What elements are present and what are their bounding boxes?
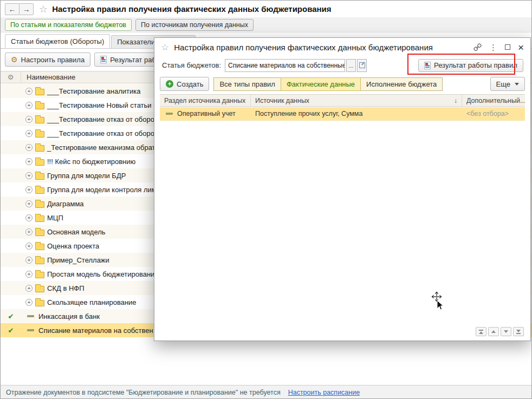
folder-icon (35, 103, 44, 109)
expand-icon[interactable]: + (25, 102, 33, 109)
choose-button[interactable]: ... (346, 59, 356, 72)
tree-row-label: ___Тестирование аналитика (47, 87, 141, 95)
rules-dialog: ☆ Настройка правил получения фактических… (154, 37, 531, 341)
expand-icon[interactable]: + (25, 200, 33, 207)
budget-item-input[interactable]: Списание материалов на собственные нужды (225, 59, 345, 72)
expand-icon[interactable]: + (25, 186, 33, 193)
view-tab-by-sources[interactable]: По источникам получения данных (135, 19, 254, 31)
column-data-source-label: Источник данных (255, 97, 309, 104)
tree-row-label: _Тестирование механизма обратной (47, 143, 167, 152)
tree-row-label: !!! Кейс по бюджетировнию (47, 158, 135, 166)
chevron-down-icon (515, 83, 519, 86)
maximize-icon[interactable] (505, 44, 510, 50)
move-up-button[interactable] (488, 327, 499, 336)
forward-button[interactable]: → (19, 3, 34, 15)
tree-row-label: Скользящее планирование (47, 298, 137, 306)
folder-icon (35, 89, 44, 95)
expand-icon[interactable]: + (25, 214, 33, 221)
expand-icon[interactable]: + (25, 299, 33, 306)
folder-icon (35, 159, 44, 166)
view-switch-strip: По статьям и показателям бюджетов По ист… (1, 17, 531, 32)
checked-icon: ✔ (8, 313, 14, 320)
folder-icon (35, 117, 44, 123)
folder-icon (35, 258, 44, 264)
close-icon[interactable]: × (518, 42, 524, 53)
back-icon: ← (9, 5, 16, 14)
create-button[interactable]: + Создать (160, 77, 209, 91)
column-data-source[interactable]: Источник данных ↓ (251, 95, 462, 106)
rules-result-button[interactable]: Результат работы правил (418, 59, 523, 72)
expand-icon[interactable]: + (25, 158, 33, 165)
name-column-header[interactable]: Наименование (21, 73, 75, 81)
folder-icon (35, 272, 44, 278)
folder-icon (35, 201, 44, 208)
tree-row-label: Диаграмма (47, 200, 84, 208)
filter-actual-data[interactable]: Фактические данные (281, 77, 361, 91)
folder-icon (35, 286, 44, 292)
tree-row-content: +Оценка проекта (21, 242, 99, 250)
expand-icon[interactable]: + (25, 257, 33, 264)
cell-additional: <без отбора> (462, 107, 525, 120)
tab-budget-items[interactable]: Статьи бюджетов (Обороты) (5, 34, 110, 48)
settings-column-header[interactable]: ⚙ (1, 71, 21, 83)
tree-row-content: Списание материалов на собствен (21, 326, 153, 335)
item-icon (166, 113, 173, 115)
tree-row-content: +Основная модель (21, 228, 106, 236)
more-menu-icon[interactable]: ⋮ (489, 43, 497, 51)
more-label: Еще (496, 80, 510, 88)
tree-row-content: +___Тестирование Новый статьи в р (21, 101, 163, 109)
status-text: Отражение документов в подсистеме "Бюдже… (6, 389, 281, 396)
expand-icon[interactable]: + (25, 130, 33, 137)
tree-row-label: ___Тестирование отказ от оборотны (47, 129, 166, 138)
dialog-toolbar: + Создать Все типы правил Фактические да… (160, 77, 525, 91)
favorite-star-icon[interactable]: ☆ (39, 4, 48, 14)
favorite-star-icon[interactable]: ☆ (161, 43, 169, 52)
back-button[interactable]: ← (5, 3, 20, 15)
expand-icon[interactable]: + (25, 243, 33, 250)
create-label: Создать (177, 80, 203, 88)
go-to-top-button[interactable] (476, 327, 486, 336)
folder-icon (35, 187, 44, 194)
get-link-icon[interactable] (473, 43, 482, 51)
column-data-source-section[interactable]: Раздел источника данных (160, 95, 251, 106)
folder-icon (35, 145, 44, 152)
filter-all-rule-types[interactable]: Все типы правил (213, 77, 281, 91)
tree-row-content: +Группа для модели БДР (21, 172, 126, 180)
tree-row-label: ___Тестирование отказ от оборотны (47, 115, 166, 123)
filter-budget-execution[interactable]: Исполнение бюджета (360, 77, 443, 91)
tree-row-label: Группа для модели контроля лимит (47, 186, 164, 194)
cell-section-text: Оперативный учет (177, 110, 236, 117)
more-button[interactable]: Еще (490, 77, 525, 91)
tree-row-label: Списание материалов на собствен (38, 326, 153, 335)
tree-row-label: Основная модель (47, 228, 106, 236)
expand-icon[interactable]: + (25, 116, 33, 123)
open-button[interactable] (357, 59, 367, 72)
view-tab-by-items[interactable]: По статьям и показателям бюджетов (5, 19, 132, 31)
rules-result-label: Результат работы правил (434, 61, 517, 69)
configure-rules-button[interactable]: ⚙ Настроить правила (5, 53, 90, 67)
configure-schedule-link[interactable]: Настроить расписание (288, 389, 360, 396)
tree-row-content: +Группа для модели контроля лимит (21, 186, 164, 194)
tree-row-content: +!!! Кейс по бюджетировнию (21, 158, 135, 166)
tree-row-label: ___Тестирование Новый статьи в р (47, 101, 163, 109)
plus-icon: + (166, 80, 173, 88)
expand-icon[interactable]: + (25, 285, 33, 292)
move-down-button[interactable] (501, 327, 511, 336)
expand-icon[interactable]: + (25, 228, 33, 236)
triangle-down (516, 330, 521, 332)
tree-row-content: +Скользящее планирование (21, 298, 137, 306)
history-nav: ← → (5, 3, 34, 15)
tree-row-content: +Простая модель бюджетирования (21, 270, 158, 278)
rules-table-row[interactable]: Оперативный учет Поступление прочих услу… (160, 107, 525, 121)
open-icon (359, 62, 365, 68)
item-icon (27, 329, 34, 331)
rules-table-header: Раздел источника данных Источник данных … (160, 94, 525, 107)
expand-icon[interactable]: + (25, 88, 33, 95)
expand-icon[interactable]: + (25, 144, 33, 151)
expand-icon[interactable]: + (25, 172, 33, 179)
expand-icon[interactable]: + (25, 271, 33, 278)
column-additional[interactable]: Дополнительный... (462, 95, 525, 106)
rule-type-filter: Все типы правил Фактические данные Испол… (213, 77, 443, 91)
tree-row-content: +___Тестирование отказ от оборотны (21, 115, 166, 123)
go-to-bottom-button[interactable] (513, 327, 524, 336)
